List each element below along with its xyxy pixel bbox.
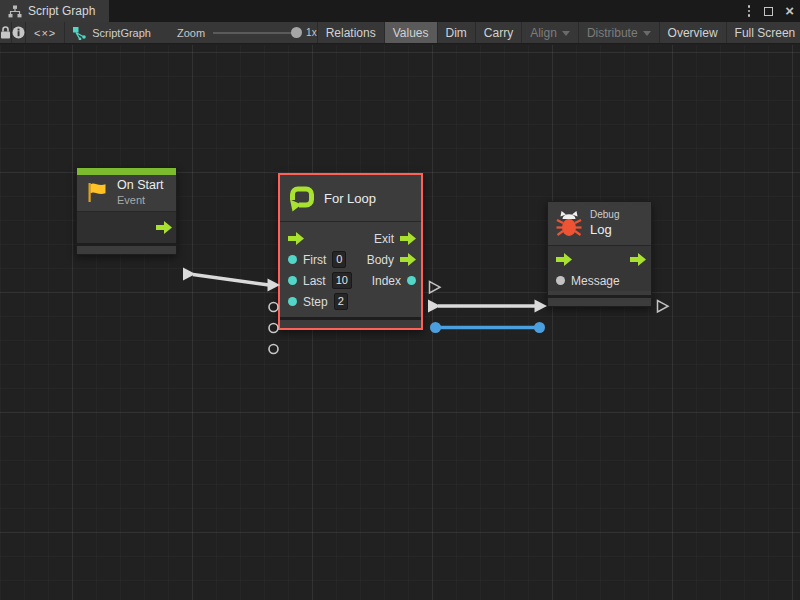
exit-flow-port[interactable] [400, 232, 416, 245]
port-label-last: Last [303, 274, 326, 288]
zoom-value: 1x [306, 27, 317, 38]
port-row: Last 10 Index [280, 270, 421, 291]
node-subtitle: Event [117, 194, 164, 208]
last-value-port[interactable] [288, 276, 297, 285]
body-flow-port[interactable] [400, 253, 416, 266]
node-title: For Loop [324, 191, 376, 206]
graph-asset-icon [72, 26, 87, 40]
kebab-menu-icon[interactable] [746, 3, 753, 19]
step-value-port[interactable] [288, 297, 297, 306]
zoom-label: Zoom [177, 27, 205, 39]
port-label-exit: Exit [374, 232, 394, 246]
first-value-port[interactable] [288, 255, 297, 264]
port-label-message: Message [571, 274, 620, 288]
dim-button[interactable]: Dim [438, 22, 476, 43]
last-value-field[interactable]: 10 [332, 272, 352, 289]
node-title: On Start [117, 178, 164, 194]
carry-button[interactable]: Carry [476, 22, 522, 43]
title-bar: Script Graph × [0, 0, 800, 22]
overview-button[interactable]: Overview [660, 22, 727, 43]
flow-output-port[interactable] [630, 253, 646, 266]
align-dropdown[interactable]: Align [522, 22, 579, 43]
toolbar-toggles: Relations Values Dim Carry Align Distrib… [318, 22, 800, 43]
graph-name-label[interactable]: ScriptGraph [92, 27, 151, 39]
maximize-icon[interactable] [764, 7, 773, 16]
loop-icon [288, 185, 316, 212]
node-for-loop[interactable]: For Loop Exit First 0 Body [278, 173, 423, 330]
info-icon[interactable] [12, 22, 26, 43]
tab-title: Script Graph [28, 4, 95, 18]
node-category: Debug [590, 209, 619, 222]
node-debug-log[interactable]: Debug Log Message [547, 201, 652, 307]
node-on-start[interactable]: On Start Event [76, 167, 177, 255]
step-value-field[interactable]: 2 [334, 293, 348, 310]
flow-input-port[interactable] [288, 232, 304, 245]
hierarchy-icon [8, 5, 22, 18]
node-title: Log [590, 222, 619, 238]
port-row: Exit [280, 228, 421, 249]
zoom-slider[interactable] [213, 27, 301, 39]
toolbar-middle: ScriptGraph Zoom 1x [65, 22, 317, 43]
unity-graph-window: Script Graph × <×> [0, 0, 800, 600]
port-label-step: Step [303, 295, 328, 309]
first-value-field[interactable]: 0 [332, 251, 346, 268]
port-label-body: Body [367, 253, 394, 267]
graph-toolbar: <×> ScriptGraph Zoom 1x Relations Values… [0, 22, 800, 44]
full-screen-button[interactable]: Full Screen [727, 22, 800, 43]
values-button[interactable]: Values [385, 22, 438, 43]
event-color-stripe [77, 168, 176, 175]
bug-icon [556, 210, 582, 237]
close-icon[interactable]: × [785, 3, 794, 18]
lock-icon[interactable] [0, 22, 12, 43]
port-label-first: First [303, 253, 326, 267]
distribute-dropdown[interactable]: Distribute [579, 22, 660, 43]
port-row [548, 249, 651, 270]
index-value-port[interactable] [407, 276, 416, 285]
port-row: First 0 Body [280, 249, 421, 270]
flow-input-port[interactable] [556, 253, 572, 266]
chevron-down-icon [643, 31, 651, 36]
relations-button[interactable]: Relations [318, 22, 385, 43]
edit-source-button[interactable]: <×> [26, 22, 65, 43]
tab-script-graph[interactable]: Script Graph [0, 0, 109, 22]
flag-icon [85, 181, 109, 204]
message-value-port[interactable] [556, 276, 565, 285]
chevron-down-icon [562, 31, 570, 36]
port-label-index: Index [372, 274, 401, 288]
flow-output-port[interactable] [156, 221, 172, 234]
zoom-slider-handle[interactable] [291, 27, 302, 38]
port-row: Step 2 [280, 291, 421, 312]
port-row: Message [548, 270, 651, 291]
